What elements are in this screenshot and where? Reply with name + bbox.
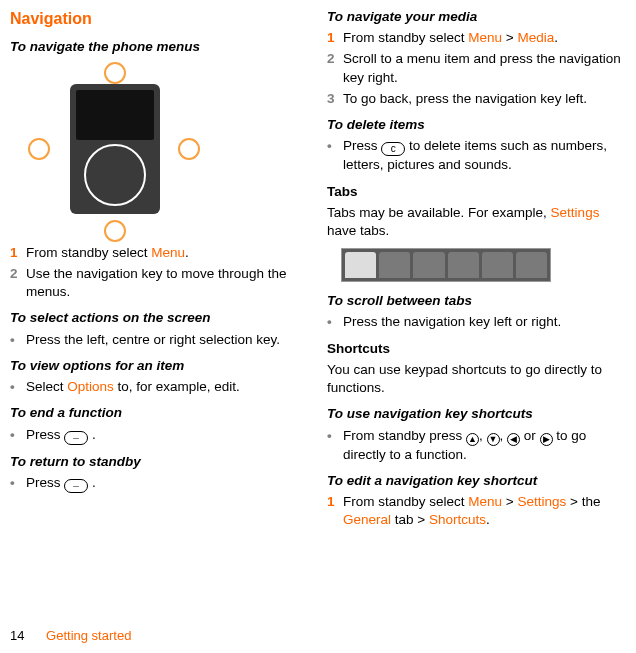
subhead-use-navkey: To use navigation key shortcuts xyxy=(327,405,626,423)
step-text: To go back, press the navigation key lef… xyxy=(343,90,626,108)
tab-icon xyxy=(516,252,547,278)
step-number: 1 xyxy=(10,244,26,262)
step-number: 2 xyxy=(10,265,26,283)
bullet-icon: • xyxy=(10,331,26,349)
step-text: From standby select Menu > Settings > th… xyxy=(343,493,626,529)
text: From standby press xyxy=(343,428,466,443)
tabs-heading: Tabs xyxy=(327,183,626,201)
step-text: Use the navigation key to move through t… xyxy=(26,265,309,301)
subhead-select-actions: To select actions on the screen xyxy=(10,309,309,327)
subhead-navigate-phone: To navigate the phone menus xyxy=(10,38,309,56)
text: . xyxy=(88,475,96,490)
c-key-icon: c xyxy=(381,142,405,156)
tab-icon xyxy=(448,252,479,278)
bullet-text: Select Options to, for example, edit. xyxy=(26,378,309,396)
subhead-return-standby: To return to standby xyxy=(10,453,309,471)
text: . xyxy=(185,245,189,260)
subhead-view-options: To view options for an item xyxy=(10,357,309,375)
bullet-icon: • xyxy=(10,378,26,396)
nav-right-key-icon: ▶ xyxy=(540,433,553,446)
text: From standby select xyxy=(26,245,151,260)
footer: 14 Getting started xyxy=(10,627,131,645)
subhead-end-function: To end a function xyxy=(10,404,309,422)
text: . xyxy=(88,427,96,442)
bullet-icon: • xyxy=(10,474,26,492)
tabs-illustration xyxy=(341,248,551,282)
nav-up-icon xyxy=(104,62,126,84)
step-number: 1 xyxy=(327,493,343,511)
page-number: 14 xyxy=(10,628,24,643)
step-text: Scroll to a menu item and press the navi… xyxy=(343,50,626,86)
text: > xyxy=(502,30,517,45)
general-ref: General xyxy=(343,512,391,527)
menu-ref: Menu xyxy=(468,30,502,45)
text: Press xyxy=(343,138,381,153)
subhead-scroll-tabs: To scroll between tabs xyxy=(327,292,626,310)
end-key-icon: ⏤ xyxy=(64,431,88,445)
text: have tabs. xyxy=(327,223,389,238)
text: , xyxy=(500,428,508,443)
menu-ref: Menu xyxy=(468,494,502,509)
step-number: 3 xyxy=(327,90,343,108)
step-number: 1 xyxy=(327,29,343,47)
bullet-icon: • xyxy=(10,426,26,444)
settings-ref: Settings xyxy=(517,494,566,509)
tab-icon xyxy=(413,252,444,278)
step-text: From standby select Menu > Media. xyxy=(343,29,626,47)
text: or xyxy=(520,428,540,443)
text: Press xyxy=(26,475,64,490)
text: Tabs may be available. For example, xyxy=(327,205,551,220)
text: Select xyxy=(26,379,67,394)
bullet-text: Press ⏤ . xyxy=(26,426,309,445)
menu-ref: Menu xyxy=(151,245,185,260)
nav-down-icon xyxy=(104,220,126,242)
bullet-icon: • xyxy=(327,137,343,155)
subhead-delete-items: To delete items xyxy=(327,116,626,134)
text: > xyxy=(502,494,517,509)
bullet-icon: • xyxy=(327,427,343,445)
bullet-icon: • xyxy=(327,313,343,331)
phone-screen xyxy=(76,90,154,140)
nav-ring-icon xyxy=(84,144,146,206)
bullet-text: Press the left, centre or right selectio… xyxy=(26,331,309,349)
tab-icon xyxy=(379,252,410,278)
step-number: 2 xyxy=(327,50,343,68)
step-text: From standby select Menu. xyxy=(26,244,309,262)
nav-left-key-icon: ◀ xyxy=(507,433,520,446)
subhead-navigate-media: To navigate your media xyxy=(327,8,626,26)
text: . xyxy=(486,512,490,527)
media-ref: Media xyxy=(517,30,554,45)
nav-right-icon xyxy=(178,138,200,160)
end-key-icon: ⏤ xyxy=(64,479,88,493)
phone-illustration xyxy=(30,68,200,228)
section-title: Getting started xyxy=(46,628,131,643)
text: . xyxy=(554,30,558,45)
bullet-text: Press c to delete items such as numbers,… xyxy=(343,137,626,174)
text: to, for example, edit. xyxy=(114,379,240,394)
nav-left-icon xyxy=(28,138,50,160)
bullet-text: Press ⏤ . xyxy=(26,474,309,493)
text: , xyxy=(479,428,487,443)
nav-up-key-icon: ▲ xyxy=(466,433,479,446)
tab-icon xyxy=(482,252,513,278)
text: > the xyxy=(566,494,600,509)
shortcuts-ref: Shortcuts xyxy=(429,512,486,527)
bullet-text: Press the navigation key left or right. xyxy=(343,313,626,331)
options-ref: Options xyxy=(67,379,114,394)
tabs-body: Tabs may be available. For example, Sett… xyxy=(327,204,626,240)
subhead-edit-navkey: To edit a navigation key shortcut xyxy=(327,472,626,490)
text: tab > xyxy=(391,512,429,527)
shortcuts-heading: Shortcuts xyxy=(327,340,626,358)
shortcuts-body: You can use keypad shortcuts to go direc… xyxy=(327,361,626,397)
settings-ref: Settings xyxy=(551,205,600,220)
nav-down-key-icon: ▼ xyxy=(487,433,500,446)
tab-icon xyxy=(345,252,376,278)
bullet-text: From standby press ▲, ▼, ◀ or ▶ to go di… xyxy=(343,427,626,464)
text: From standby select xyxy=(343,494,468,509)
text: Press xyxy=(26,427,64,442)
phone-body xyxy=(70,84,160,214)
heading-navigation: Navigation xyxy=(10,8,309,30)
text: From standby select xyxy=(343,30,468,45)
